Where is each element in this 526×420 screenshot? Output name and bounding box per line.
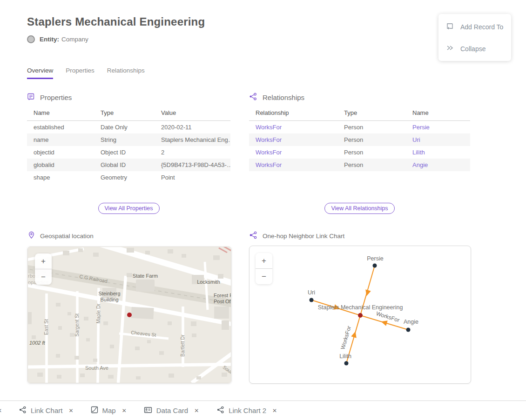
bottom-tab-map[interactable]: Map ✕: [91, 406, 127, 415]
tab-label: Link Chart: [31, 407, 62, 414]
node-label-uri: Uri: [308, 289, 315, 296]
tab-close-icon[interactable]: ✕: [194, 407, 199, 414]
map-label-maple-dr: Maple Dr: [95, 303, 101, 323]
node-persie[interactable]: [373, 264, 377, 268]
relationship-link[interactable]: WorksFor: [256, 161, 282, 168]
menu-item-collapse[interactable]: Collapse: [438, 38, 511, 59]
menu-item-label: Collapse: [460, 45, 486, 53]
related-entity-link[interactable]: Persie: [412, 124, 430, 131]
tab-close-icon[interactable]: ✕: [68, 407, 73, 414]
property-name: name: [27, 133, 94, 146]
property-name: objectid: [27, 146, 94, 159]
bottom-tab-link-chart-2[interactable]: Link Chart 2 ✕: [216, 406, 277, 415]
properties-section-header: Properties: [27, 93, 72, 102]
node-angie[interactable]: [406, 328, 411, 332]
property-name: established: [27, 121, 94, 134]
map-label-steinberg: Building: [100, 297, 118, 302]
chart-zoom-out-button[interactable]: −: [256, 269, 272, 284]
tab-label: Data Card: [156, 407, 188, 414]
property-value: {5D9B4713-F98D-4A53-…: [155, 159, 230, 171]
node-label-lilith: Lilith: [339, 353, 351, 360]
column-header: Type: [337, 107, 406, 121]
map-icon: [91, 406, 98, 415]
map-label-sargent-st: Sargent St: [74, 313, 80, 337]
node-uri[interactable]: [310, 298, 314, 302]
map-marker[interactable]: [127, 313, 132, 317]
entity-row: Entity: Company: [27, 35, 88, 43]
tab-overview[interactable]: Overview: [27, 67, 53, 79]
column-header: Relationship: [249, 107, 337, 121]
chart-zoom-in-button[interactable]: +: [256, 253, 272, 268]
relationships-section-header: Relationships: [249, 93, 304, 102]
related-entity-link[interactable]: Angie: [412, 161, 428, 168]
table-row: objectid Object ID 2: [27, 146, 230, 159]
map-label-locksmith: Locksmith: [197, 279, 220, 285]
node-lilith[interactable]: [344, 361, 349, 366]
node-center-entity[interactable]: [358, 313, 363, 318]
section-title: Properties: [40, 93, 72, 101]
tab-relationships[interactable]: Relationships: [107, 67, 145, 79]
table-row: WorksFor Person Lilith: [249, 146, 470, 159]
relationship-link[interactable]: WorksFor: [256, 136, 282, 143]
map-label-steinberg: Steinberg: [98, 291, 120, 296]
related-entity-link[interactable]: Uri: [412, 136, 420, 143]
section-title: Relationships: [263, 93, 304, 101]
tab-close-icon[interactable]: ✕: [0, 407, 2, 414]
view-all-relationships-button[interactable]: View All Relationships: [324, 203, 394, 214]
relationship-type: Person: [337, 133, 406, 146]
link-chart-section-header: One-hop Neighbor Link Chart: [249, 231, 344, 240]
column-header: Type: [94, 107, 155, 121]
tab-row: Overview Properties Relationships: [27, 67, 145, 79]
column-header: Name: [27, 107, 94, 121]
table-row: WorksFor Person Persie: [249, 121, 470, 134]
menu-item-label: Add Record To: [460, 23, 503, 31]
tab-close-icon[interactable]: ✕: [122, 407, 127, 414]
bottom-tab-bar: ✕ Link Chart ✕ Map ✕: [0, 400, 526, 420]
table-row: name String Staplers Mechanical Eng…: [27, 133, 230, 146]
property-type: Date Only: [94, 121, 155, 134]
property-value: Staplers Mechanical Eng…: [155, 133, 230, 146]
bottom-tab-data-card[interactable]: Data Card ✕: [144, 407, 199, 415]
link-chart-canvas[interactable]: WorksFor WorksFor Persie Uri Angie Lilit…: [250, 246, 471, 383]
tab-close-icon[interactable]: ✕: [272, 407, 277, 414]
geospatial-map[interactable]: rbour opaedics C G Railroad State Farm L…: [27, 247, 231, 383]
bottom-tab-link-chart[interactable]: Link Chart ✕: [19, 406, 73, 415]
map-label-forest-park: Forest Par: [214, 293, 231, 298]
map-label-east-st: East St: [43, 319, 49, 335]
property-type: String: [94, 133, 155, 146]
node-label-center-entity: Staplers Mechanical Engineering: [318, 304, 403, 311]
section-title: Geospatial location: [40, 233, 94, 240]
map-canvas[interactable]: rbour opaedics C G Railroad State Farm L…: [28, 247, 231, 383]
view-all-properties-button[interactable]: View All Properties: [98, 203, 160, 214]
property-name: globalid: [27, 159, 94, 171]
property-name: shape: [27, 171, 94, 184]
entity-label: Entity:: [40, 36, 59, 43]
related-entity-link[interactable]: Lilith: [412, 149, 425, 156]
properties-icon: [27, 93, 35, 102]
tab-properties[interactable]: Properties: [66, 67, 94, 79]
one-hop-link-chart[interactable]: WorksFor WorksFor Persie Uri Angie Lilit…: [249, 246, 471, 384]
relationship-link[interactable]: WorksFor: [256, 149, 282, 156]
relationship-type: Person: [337, 146, 406, 159]
map-zoom-out-button[interactable]: −: [35, 269, 52, 285]
geospatial-section-header: Geospatial location: [28, 231, 94, 240]
map-label-bartlett-dr: Bartlett Dr: [180, 334, 185, 357]
tab-label: Map: [102, 407, 116, 414]
node-label-persie: Persie: [367, 255, 383, 262]
map-zoom-in-button[interactable]: +: [35, 253, 52, 269]
map-pin-icon: [28, 231, 35, 240]
table-row: shape Geometry Point: [27, 171, 230, 184]
property-value: 2020-02-11: [155, 121, 230, 134]
node-label-angie: Angie: [404, 319, 418, 325]
entity-type-value: Company: [61, 36, 88, 43]
page-title: Staplers Mechanical Engineering: [27, 15, 205, 28]
link-chart-icon: [19, 406, 27, 415]
tab-label: Link Chart 2: [229, 407, 266, 414]
edge-label: WorksFor: [339, 325, 352, 350]
data-card-icon: [144, 407, 152, 415]
chart-zoom-control: + −: [256, 253, 272, 284]
menu-item-add-record-to[interactable]: Add Record To: [438, 16, 511, 38]
relationship-link[interactable]: WorksFor: [256, 124, 282, 131]
property-value: Point: [155, 171, 230, 184]
map-zoom-control: + −: [35, 253, 52, 285]
